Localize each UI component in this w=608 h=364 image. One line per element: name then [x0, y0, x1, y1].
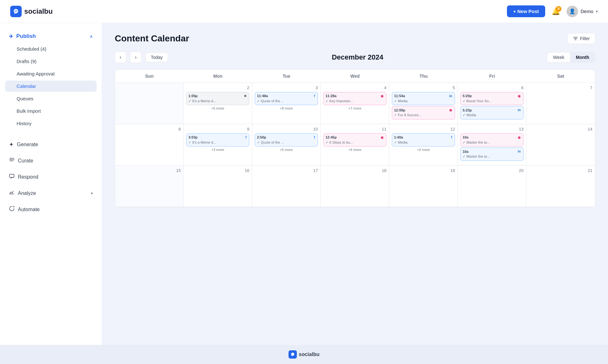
event-card[interactable]: 12:45p ◉ ✓ 6 Steps to bu...	[323, 133, 386, 146]
main-content: Content Calendar Filter ‹ › Today Decemb…	[102, 23, 608, 345]
event-card[interactable]: 2:50p f ✓ Quote of the ...	[255, 133, 318, 146]
facebook-icon: f	[451, 135, 453, 140]
calendar-body: 2 1:05p ✕ ✓ It's a Meme d... +5 more 3	[115, 83, 595, 207]
footer: socialbu	[0, 345, 608, 364]
day-number: 13	[460, 127, 524, 132]
event-time: 10a ◉	[463, 135, 521, 140]
sidebar-item-awaiting-approval[interactable]: Awaiting Approval	[5, 68, 97, 79]
sidebar-item-label: Bulk Import	[17, 108, 41, 114]
instagram-icon: ◉	[380, 135, 384, 140]
sidebar-publish-section[interactable]: ✈ Publish ∧	[5, 31, 97, 42]
day-number: 11	[323, 127, 386, 132]
more-events-link[interactable]: +7 more	[323, 106, 386, 110]
sidebar-item-generate[interactable]: ✦ Generate	[5, 138, 97, 151]
calendar-day-6[interactable]: 6 5:20p ◉ ✓ Boost Your So... 5:23p in	[458, 83, 526, 124]
day-number: 18	[323, 168, 386, 173]
new-post-button[interactable]: + New Post	[507, 5, 545, 17]
event-card[interactable]: 11:54a in ✓ Media	[392, 92, 455, 105]
day-number: 6	[460, 85, 524, 90]
calendar-day-18[interactable]: 18	[321, 166, 389, 207]
event-time: 10a in	[463, 149, 521, 154]
respond-icon	[9, 173, 15, 181]
calendar-day-17[interactable]: 17	[252, 166, 321, 207]
event-card[interactable]: 10a ◉ ✓ Master the ar...	[460, 133, 524, 146]
sidebar-item-label: Calendar	[17, 83, 36, 89]
event-time: 1:05p ✕	[188, 94, 247, 99]
event-card[interactable]: 5:23p in ✓ Media	[460, 106, 524, 119]
calendar-day-16[interactable]: 16	[184, 166, 252, 207]
sidebar-item-automate[interactable]: Automate	[5, 203, 97, 216]
logo-area[interactable]: socialbu	[10, 6, 53, 17]
more-events-link[interactable]: +3 more	[392, 148, 455, 152]
prev-month-button[interactable]: ‹	[115, 52, 126, 63]
more-events-link[interactable]: +5 more	[186, 106, 249, 110]
calendar-day-5[interactable]: 5 11:54a in ✓ Media 12:09p ◉ ✓ For	[389, 83, 458, 124]
sidebar-item-history[interactable]: History	[5, 118, 97, 129]
sidebar-item-label: Scheduled (4)	[17, 46, 46, 52]
day-number: 4	[323, 85, 386, 90]
calendar-day-14[interactable]: 14	[526, 124, 595, 166]
calendar-day-20[interactable]: 20	[458, 166, 526, 207]
day-number: 8	[118, 127, 181, 132]
calendar-day-7[interactable]: 7	[526, 83, 595, 124]
next-month-button[interactable]: ›	[130, 52, 142, 63]
day-header-thu: Thu	[389, 70, 458, 82]
day-header-mon: Mon	[184, 70, 252, 82]
week-view-button[interactable]: Week	[547, 53, 570, 62]
event-card[interactable]: 3:03p f ✓ It's a Meme d...	[186, 133, 249, 146]
event-card[interactable]: 11:28a ◉ ✓ Key Importan...	[323, 92, 386, 105]
calendar-day-3[interactable]: 3 11:48a f ✓ Quote of the ... +8 more	[252, 83, 321, 124]
sidebar-item-analyze[interactable]: Analyze ▾	[5, 186, 97, 200]
sidebar-item-bulk-import[interactable]: Bulk Import	[5, 105, 97, 117]
calendar-day-21[interactable]: 21	[526, 166, 595, 207]
page-header: Content Calendar Filter	[115, 33, 595, 44]
user-menu[interactable]: 👤 Demo ▾	[567, 6, 598, 17]
event-title: ✓ Quote of the ...	[257, 140, 316, 145]
chevron-down-icon: ▾	[91, 191, 93, 196]
month-view-button[interactable]: Month	[570, 53, 595, 62]
calendar-day-9[interactable]: 9 3:03p f ✓ It's a Meme d... +3 more	[184, 124, 252, 166]
event-card[interactable]: 11:48a f ✓ Quote of the ...	[255, 92, 318, 105]
calendar-day-19[interactable]: 19	[389, 166, 458, 207]
calendar-day-8[interactable]: 8	[115, 124, 184, 166]
app-name: socialbu	[24, 7, 53, 16]
nav-right: + New Post 🔔 8 👤 Demo ▾	[507, 5, 598, 17]
sidebar-item-scheduled[interactable]: Scheduled (4)	[5, 43, 97, 54]
today-button[interactable]: Today	[145, 53, 168, 62]
event-title: ✓ Master the ar...	[463, 140, 521, 145]
event-title: ✓ Master the ar...	[463, 154, 521, 159]
calendar-day-12[interactable]: 12 1:40a f ✓ Media +3 more	[389, 124, 458, 166]
notification-button[interactable]: 🔔 8	[552, 7, 560, 16]
calendar-day-4[interactable]: 4 11:28a ◉ ✓ Key Importan... +7 more	[321, 83, 389, 124]
event-time: 12:45p ◉	[326, 135, 384, 140]
event-card[interactable]: 1:40a f ✓ Media	[392, 133, 455, 146]
calendar-day-empty-row3[interactable]: 15	[115, 166, 184, 207]
more-events-link[interactable]: +4 more	[323, 148, 386, 152]
calendar-day-11[interactable]: 11 12:45p ◉ ✓ 6 Steps to bu... +4 more	[321, 124, 389, 166]
day-number: 5	[392, 85, 455, 90]
event-card[interactable]: 1:05p ✕ ✓ It's a Meme d...	[186, 92, 249, 105]
sidebar-nav-label: Analyze	[18, 190, 36, 196]
calendar-header: Sun Mon Tue Wed Thu Fri Sat	[115, 70, 595, 83]
calendar-day-13[interactable]: 13 10a ◉ ✓ Master the ar... 10a in	[458, 124, 526, 166]
event-card[interactable]: 5:20p ◉ ✓ Boost Your So...	[460, 92, 524, 105]
facebook-icon: f	[313, 135, 316, 140]
sidebar-item-calendar[interactable]: Calendar	[5, 81, 97, 92]
more-events-link[interactable]: +5 more	[255, 148, 318, 152]
event-card[interactable]: 12:09p ◉ ✓ For A Succes...	[392, 106, 455, 119]
calendar-day-empty[interactable]	[115, 83, 184, 124]
sidebar-item-curate[interactable]: Curate	[5, 154, 97, 168]
sidebar-item-respond[interactable]: Respond	[5, 170, 97, 184]
sidebar-item-drafts[interactable]: Drafts (9)	[5, 56, 97, 67]
publish-icon: ✈	[9, 33, 13, 39]
event-title: ✓ Quote of the ...	[257, 99, 316, 103]
filter-button[interactable]: Filter	[568, 33, 595, 44]
more-events-link[interactable]: +3 more	[186, 148, 249, 152]
calendar-day-2[interactable]: 2 1:05p ✕ ✓ It's a Meme d... +5 more	[184, 83, 252, 124]
calendar-day-10[interactable]: 10 2:50p f ✓ Quote of the ... +5 more	[252, 124, 321, 166]
event-card[interactable]: 10a in ✓ Master the ar...	[460, 147, 524, 161]
more-events-link[interactable]: +8 more	[255, 106, 318, 110]
event-time: 2:50p f	[257, 135, 316, 140]
facebook-icon: f	[313, 94, 316, 99]
sidebar-item-queues[interactable]: Queues	[5, 93, 97, 104]
